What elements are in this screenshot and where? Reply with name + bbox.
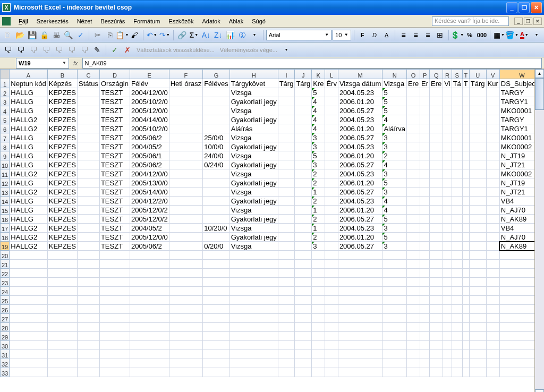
- cell[interactable]: [469, 97, 486, 106]
- cell[interactable]: 2004/12/0/0: [130, 169, 169, 178]
- cell[interactable]: [406, 323, 420, 332]
- sort-desc-button[interactable]: Z↓: [212, 29, 224, 41]
- cell[interactable]: 2004.05.23: [338, 169, 382, 178]
- column-header[interactable]: T: [462, 70, 469, 79]
- cell[interactable]: [462, 142, 469, 151]
- cell[interactable]: [469, 115, 486, 124]
- column-header[interactable]: P: [420, 70, 430, 79]
- cell[interactable]: [47, 350, 77, 359]
- cell[interactable]: KEPZES: [47, 124, 77, 133]
- cell[interactable]: Aláírva: [382, 124, 406, 133]
- cell[interactable]: [486, 251, 499, 260]
- row-header[interactable]: 7: [1, 133, 10, 142]
- cell[interactable]: [295, 133, 312, 142]
- cell[interactable]: [420, 359, 430, 368]
- cell[interactable]: [462, 251, 469, 260]
- cell[interactable]: [230, 260, 278, 269]
- cell[interactable]: [78, 260, 100, 269]
- fx-button[interactable]: fx: [69, 60, 82, 66]
- cell[interactable]: [325, 142, 338, 151]
- cell[interactable]: [462, 323, 469, 332]
- cell[interactable]: [406, 169, 420, 178]
- cell[interactable]: [452, 133, 462, 142]
- format-painter-button[interactable]: 🖌: [129, 29, 140, 41]
- cell[interactable]: [430, 269, 443, 278]
- cell[interactable]: [406, 88, 420, 97]
- cell[interactable]: [169, 169, 203, 178]
- cell[interactable]: Vizsga: [230, 88, 278, 97]
- cell[interactable]: [99, 341, 130, 350]
- cell[interactable]: Országin: [99, 79, 130, 88]
- cell[interactable]: 4: [382, 115, 406, 124]
- row-header[interactable]: 13: [1, 188, 10, 197]
- cell[interactable]: [499, 350, 534, 359]
- cell[interactable]: [430, 197, 443, 206]
- close-button[interactable]: ✕: [531, 2, 542, 13]
- cell[interactable]: [443, 151, 452, 160]
- cell[interactable]: 2006.01.20: [338, 124, 382, 133]
- cell[interactable]: [462, 305, 469, 314]
- cell[interactable]: TESZT: [99, 160, 130, 169]
- cell[interactable]: 2: [312, 178, 325, 188]
- cell[interactable]: TARGY1: [499, 97, 534, 106]
- cell[interactable]: [169, 97, 203, 106]
- cell[interactable]: [452, 142, 462, 151]
- cell[interactable]: [78, 332, 100, 341]
- cell[interactable]: [278, 260, 295, 269]
- cell[interactable]: [295, 178, 312, 188]
- cell[interactable]: [230, 314, 278, 323]
- cell[interactable]: [452, 341, 462, 350]
- cell[interactable]: [443, 142, 452, 151]
- cell[interactable]: [420, 260, 430, 269]
- vertical-scroll-thumb[interactable]: [535, 78, 544, 110]
- cell[interactable]: [338, 287, 382, 296]
- cell[interactable]: [295, 97, 312, 106]
- column-header[interactable]: S: [452, 70, 462, 79]
- cell[interactable]: [406, 215, 420, 224]
- cell[interactable]: [203, 359, 230, 368]
- cell[interactable]: [420, 323, 430, 332]
- column-header[interactable]: O: [406, 70, 420, 79]
- column-header[interactable]: W: [499, 70, 534, 79]
- fill-color-button[interactable]: 🪣▼: [506, 29, 517, 41]
- cell[interactable]: Aláírás: [230, 124, 278, 133]
- cell[interactable]: [312, 314, 325, 323]
- cell[interactable]: [430, 296, 443, 305]
- cell[interactable]: [420, 88, 430, 97]
- cell[interactable]: [462, 368, 469, 377]
- cut-button[interactable]: ✂: [92, 29, 103, 41]
- cell[interactable]: [469, 242, 486, 251]
- cell[interactable]: [469, 169, 486, 178]
- cell[interactable]: [443, 106, 452, 115]
- cell[interactable]: [78, 133, 100, 142]
- row-header[interactable]: 10: [1, 160, 10, 169]
- cell[interactable]: [462, 242, 469, 251]
- cell[interactable]: [382, 269, 406, 278]
- cell[interactable]: [420, 341, 430, 350]
- align-left-button[interactable]: ≡: [398, 29, 409, 41]
- cell[interactable]: HALLG: [10, 160, 48, 169]
- cell[interactable]: [443, 224, 452, 233]
- cell[interactable]: [203, 115, 230, 124]
- menu-tools[interactable]: Eszközök: [165, 17, 197, 25]
- cell[interactable]: 10/0/0: [203, 142, 230, 151]
- cell[interactable]: [406, 332, 420, 341]
- cell[interactable]: [469, 197, 486, 206]
- cell[interactable]: [420, 224, 430, 233]
- cell[interactable]: [203, 106, 230, 115]
- cell[interactable]: 5: [382, 233, 406, 242]
- cell[interactable]: [278, 215, 295, 224]
- cell[interactable]: Gyakorlati jegy: [230, 142, 278, 151]
- cell[interactable]: [325, 115, 338, 124]
- column-header[interactable]: M: [338, 70, 382, 79]
- row-header[interactable]: 30: [1, 341, 10, 350]
- cell[interactable]: [462, 169, 469, 178]
- row-header[interactable]: 17: [1, 224, 10, 233]
- cell[interactable]: HALLG2: [10, 124, 48, 133]
- cell[interactable]: [312, 278, 325, 287]
- cell[interactable]: [295, 160, 312, 169]
- cell[interactable]: 10/20/0: [203, 224, 230, 233]
- cell[interactable]: [430, 106, 443, 115]
- scroll-down-button[interactable]: ▼: [535, 389, 544, 392]
- cell[interactable]: [420, 106, 430, 115]
